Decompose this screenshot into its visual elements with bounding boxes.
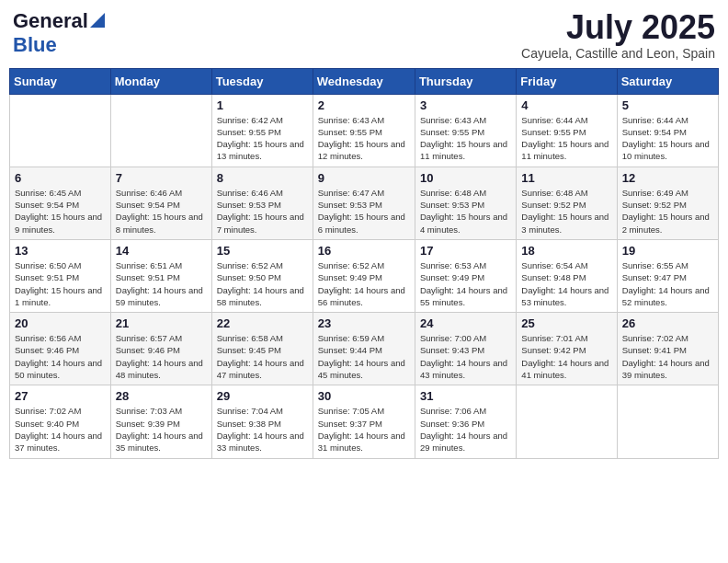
calendar-cell: 6Sunrise: 6:45 AMSunset: 9:54 PMDaylight… bbox=[10, 167, 111, 239]
day-info: Sunrise: 7:00 AMSunset: 9:43 PMDaylight:… bbox=[420, 332, 511, 381]
calendar-cell bbox=[517, 385, 617, 458]
day-number: 9 bbox=[318, 171, 410, 185]
calendar-cell: 1Sunrise: 6:42 AMSunset: 9:55 PMDaylight… bbox=[211, 94, 313, 167]
day-info: Sunrise: 6:58 AMSunset: 9:45 PMDaylight:… bbox=[217, 332, 308, 381]
day-info: Sunrise: 6:43 AMSunset: 9:55 PMDaylight:… bbox=[420, 114, 511, 163]
day-info: Sunrise: 6:53 AMSunset: 9:49 PMDaylight:… bbox=[420, 259, 511, 308]
day-number: 4 bbox=[521, 98, 611, 112]
day-info: Sunrise: 6:49 AMSunset: 9:52 PMDaylight:… bbox=[622, 187, 713, 236]
calendar-cell: 27Sunrise: 7:02 AMSunset: 9:40 PMDayligh… bbox=[10, 385, 111, 458]
day-info: Sunrise: 6:47 AMSunset: 9:53 PMDaylight:… bbox=[318, 187, 410, 236]
calendar-cell: 23Sunrise: 6:59 AMSunset: 9:44 PMDayligh… bbox=[313, 313, 415, 385]
day-number: 1 bbox=[217, 98, 308, 112]
calendar-cell: 11Sunrise: 6:48 AMSunset: 9:52 PMDayligh… bbox=[517, 167, 617, 239]
calendar-cell: 30Sunrise: 7:05 AMSunset: 9:37 PMDayligh… bbox=[313, 385, 415, 458]
day-number: 5 bbox=[622, 98, 713, 112]
day-info: Sunrise: 6:50 AMSunset: 9:51 PMDaylight:… bbox=[15, 259, 106, 308]
day-number: 11 bbox=[521, 171, 611, 185]
calendar-cell: 5Sunrise: 6:44 AMSunset: 9:54 PMDaylight… bbox=[617, 94, 718, 167]
day-number: 31 bbox=[420, 389, 511, 403]
weekday-header-tuesday: Tuesday bbox=[211, 68, 313, 94]
day-number: 19 bbox=[622, 244, 713, 258]
day-info: Sunrise: 6:57 AMSunset: 9:46 PMDaylight:… bbox=[116, 332, 207, 381]
calendar-cell: 21Sunrise: 6:57 AMSunset: 9:46 PMDayligh… bbox=[110, 313, 211, 385]
day-number: 27 bbox=[15, 389, 106, 403]
calendar-cell: 19Sunrise: 6:55 AMSunset: 9:47 PMDayligh… bbox=[617, 239, 718, 312]
day-number: 16 bbox=[318, 244, 410, 258]
calendar-cell: 15Sunrise: 6:52 AMSunset: 9:50 PMDayligh… bbox=[211, 239, 313, 312]
calendar-week-row: 20Sunrise: 6:56 AMSunset: 9:46 PMDayligh… bbox=[10, 313, 719, 385]
calendar-cell: 9Sunrise: 6:47 AMSunset: 9:53 PMDaylight… bbox=[313, 167, 415, 239]
day-number: 21 bbox=[116, 316, 207, 330]
day-info: Sunrise: 6:56 AMSunset: 9:46 PMDaylight:… bbox=[15, 332, 106, 381]
location: Cayuela, Castille and Leon, Spain bbox=[521, 46, 715, 61]
calendar-table: SundayMondayTuesdayWednesdayThursdayFrid… bbox=[9, 68, 719, 459]
calendar-cell: 14Sunrise: 6:51 AMSunset: 9:51 PMDayligh… bbox=[110, 239, 211, 312]
day-info: Sunrise: 6:44 AMSunset: 9:55 PMDaylight:… bbox=[521, 114, 611, 163]
day-number: 7 bbox=[116, 171, 207, 185]
day-number: 22 bbox=[217, 316, 308, 330]
day-number: 24 bbox=[420, 316, 511, 330]
day-info: Sunrise: 6:54 AMSunset: 9:48 PMDaylight:… bbox=[521, 259, 611, 308]
day-number: 25 bbox=[521, 316, 611, 330]
calendar-cell: 20Sunrise: 6:56 AMSunset: 9:46 PMDayligh… bbox=[10, 313, 111, 385]
day-number: 17 bbox=[420, 244, 511, 258]
day-info: Sunrise: 7:05 AMSunset: 9:37 PMDaylight:… bbox=[318, 405, 410, 454]
day-number: 26 bbox=[622, 316, 713, 330]
title-block: July 2025 Cayuela, Castille and Leon, Sp… bbox=[521, 9, 715, 61]
day-info: Sunrise: 6:52 AMSunset: 9:50 PMDaylight:… bbox=[217, 259, 308, 308]
calendar-cell: 12Sunrise: 6:49 AMSunset: 9:52 PMDayligh… bbox=[617, 167, 718, 239]
day-info: Sunrise: 6:42 AMSunset: 9:55 PMDaylight:… bbox=[217, 114, 308, 163]
day-info: Sunrise: 6:51 AMSunset: 9:51 PMDaylight:… bbox=[116, 259, 207, 308]
day-info: Sunrise: 6:59 AMSunset: 9:44 PMDaylight:… bbox=[318, 332, 410, 381]
day-info: Sunrise: 7:02 AMSunset: 9:41 PMDaylight:… bbox=[622, 332, 713, 381]
calendar-cell: 26Sunrise: 7:02 AMSunset: 9:41 PMDayligh… bbox=[617, 313, 718, 385]
day-info: Sunrise: 6:45 AMSunset: 9:54 PMDaylight:… bbox=[15, 187, 106, 236]
page-header: General Blue July 2025 Cayuela, Castille… bbox=[9, 9, 719, 61]
calendar-cell bbox=[110, 94, 211, 167]
day-number: 20 bbox=[15, 316, 106, 330]
day-info: Sunrise: 6:44 AMSunset: 9:54 PMDaylight:… bbox=[622, 114, 713, 163]
logo-general: General bbox=[13, 9, 88, 33]
day-info: Sunrise: 6:46 AMSunset: 9:54 PMDaylight:… bbox=[116, 187, 207, 236]
calendar-cell: 4Sunrise: 6:44 AMSunset: 9:55 PMDaylight… bbox=[517, 94, 617, 167]
day-info: Sunrise: 6:46 AMSunset: 9:53 PMDaylight:… bbox=[217, 187, 308, 236]
day-info: Sunrise: 6:48 AMSunset: 9:53 PMDaylight:… bbox=[420, 187, 511, 236]
day-number: 14 bbox=[116, 244, 207, 258]
calendar-cell: 22Sunrise: 6:58 AMSunset: 9:45 PMDayligh… bbox=[211, 313, 313, 385]
day-info: Sunrise: 6:52 AMSunset: 9:49 PMDaylight:… bbox=[318, 259, 410, 308]
day-info: Sunrise: 6:43 AMSunset: 9:55 PMDaylight:… bbox=[318, 114, 410, 163]
calendar-cell: 17Sunrise: 6:53 AMSunset: 9:49 PMDayligh… bbox=[415, 239, 516, 312]
weekday-header-saturday: Saturday bbox=[617, 68, 718, 94]
calendar-cell: 18Sunrise: 6:54 AMSunset: 9:48 PMDayligh… bbox=[517, 239, 617, 312]
logo: General Blue bbox=[13, 9, 105, 57]
day-number: 15 bbox=[217, 244, 308, 258]
month-title: July 2025 bbox=[521, 9, 715, 46]
weekday-header-thursday: Thursday bbox=[415, 68, 516, 94]
day-number: 6 bbox=[15, 171, 106, 185]
svg-marker-0 bbox=[90, 13, 105, 28]
day-number: 28 bbox=[116, 389, 207, 403]
weekday-header-sunday: Sunday bbox=[10, 68, 111, 94]
logo-triangle-icon bbox=[90, 13, 105, 31]
calendar-cell: 10Sunrise: 6:48 AMSunset: 9:53 PMDayligh… bbox=[415, 167, 516, 239]
day-number: 30 bbox=[318, 389, 410, 403]
calendar-cell: 16Sunrise: 6:52 AMSunset: 9:49 PMDayligh… bbox=[313, 239, 415, 312]
day-number: 2 bbox=[318, 98, 410, 112]
calendar-cell: 25Sunrise: 7:01 AMSunset: 9:42 PMDayligh… bbox=[517, 313, 617, 385]
calendar-week-row: 6Sunrise: 6:45 AMSunset: 9:54 PMDaylight… bbox=[10, 167, 719, 239]
logo-blue: Blue bbox=[13, 33, 57, 56]
day-number: 13 bbox=[15, 244, 106, 258]
calendar-cell: 2Sunrise: 6:43 AMSunset: 9:55 PMDaylight… bbox=[313, 94, 415, 167]
day-number: 23 bbox=[318, 316, 410, 330]
weekday-header-wednesday: Wednesday bbox=[313, 68, 415, 94]
day-number: 29 bbox=[217, 389, 308, 403]
calendar-cell bbox=[617, 385, 718, 458]
day-info: Sunrise: 6:48 AMSunset: 9:52 PMDaylight:… bbox=[521, 187, 611, 236]
weekday-header-monday: Monday bbox=[110, 68, 211, 94]
calendar-cell: 8Sunrise: 6:46 AMSunset: 9:53 PMDaylight… bbox=[211, 167, 313, 239]
day-info: Sunrise: 7:02 AMSunset: 9:40 PMDaylight:… bbox=[15, 405, 106, 454]
day-number: 18 bbox=[521, 244, 611, 258]
calendar-week-row: 27Sunrise: 7:02 AMSunset: 9:40 PMDayligh… bbox=[10, 385, 719, 458]
calendar-cell: 13Sunrise: 6:50 AMSunset: 9:51 PMDayligh… bbox=[10, 239, 111, 312]
